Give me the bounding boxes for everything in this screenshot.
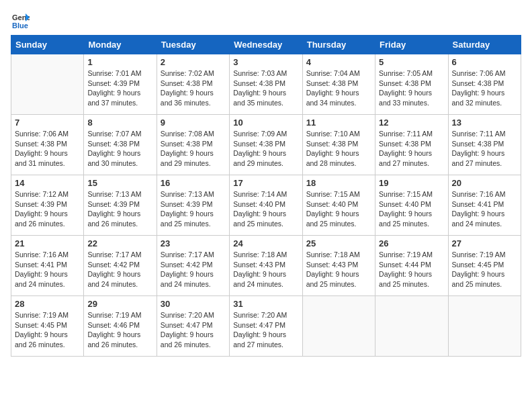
day-number: 16 bbox=[161, 178, 226, 188]
cell-text: Sunrise: 7:20 AM Sunset: 4:47 PM Dayligh… bbox=[161, 310, 226, 350]
day-number: 5 bbox=[379, 57, 444, 67]
cell-text: Sunrise: 7:19 AM Sunset: 4:45 PM Dayligh… bbox=[452, 250, 517, 289]
day-number: 29 bbox=[87, 299, 152, 309]
day-number: 23 bbox=[161, 238, 226, 248]
day-number: 15 bbox=[87, 178, 152, 188]
day-header-friday: Friday bbox=[375, 36, 448, 54]
cell-text: Sunrise: 7:01 AM Sunset: 4:39 PM Dayligh… bbox=[87, 68, 152, 108]
day-number: 6 bbox=[452, 57, 517, 67]
cell-text: Sunrise: 7:08 AM Sunset: 4:38 PM Dayligh… bbox=[161, 129, 226, 169]
cell-text: Sunrise: 7:19 AM Sunset: 4:44 PM Dayligh… bbox=[379, 250, 444, 289]
cell-text: Sunrise: 7:06 AM Sunset: 4:38 PM Dayligh… bbox=[452, 68, 517, 108]
week-row-5: 28Sunrise: 7:19 AM Sunset: 4:45 PM Dayli… bbox=[11, 296, 521, 357]
logo: General Blue bbox=[11, 11, 32, 30]
cell-text: Sunrise: 7:18 AM Sunset: 4:43 PM Dayligh… bbox=[306, 250, 371, 289]
calendar-cell: 5Sunrise: 7:05 AM Sunset: 4:38 PM Daylig… bbox=[375, 54, 448, 115]
day-number: 12 bbox=[379, 118, 444, 128]
cell-text: Sunrise: 7:07 AM Sunset: 4:38 PM Dayligh… bbox=[87, 129, 152, 169]
cell-text: Sunrise: 7:16 AM Sunset: 4:41 PM Dayligh… bbox=[452, 189, 517, 229]
day-number: 8 bbox=[87, 118, 152, 128]
calendar-cell: 13Sunrise: 7:11 AM Sunset: 4:38 PM Dayli… bbox=[448, 115, 521, 175]
calendar-cell bbox=[448, 296, 521, 357]
calendar-cell: 16Sunrise: 7:13 AM Sunset: 4:39 PM Dayli… bbox=[157, 175, 229, 236]
day-number: 3 bbox=[233, 57, 298, 67]
calendar-cell: 25Sunrise: 7:18 AM Sunset: 4:43 PM Dayli… bbox=[302, 236, 375, 296]
calendar-cell: 28Sunrise: 7:19 AM Sunset: 4:45 PM Dayli… bbox=[11, 296, 84, 357]
calendar-cell: 19Sunrise: 7:15 AM Sunset: 4:40 PM Dayli… bbox=[375, 175, 448, 236]
calendar-cell: 6Sunrise: 7:06 AM Sunset: 4:38 PM Daylig… bbox=[448, 54, 521, 115]
cell-text: Sunrise: 7:06 AM Sunset: 4:38 PM Dayligh… bbox=[15, 129, 80, 169]
cell-text: Sunrise: 7:02 AM Sunset: 4:38 PM Dayligh… bbox=[161, 68, 226, 108]
cell-text: Sunrise: 7:14 AM Sunset: 4:40 PM Dayligh… bbox=[233, 189, 298, 229]
day-number: 30 bbox=[161, 299, 226, 309]
day-number: 7 bbox=[15, 118, 80, 128]
week-row-4: 21Sunrise: 7:16 AM Sunset: 4:41 PM Dayli… bbox=[11, 236, 521, 296]
cell-text: Sunrise: 7:15 AM Sunset: 4:40 PM Dayligh… bbox=[306, 189, 371, 229]
calendar-cell: 9Sunrise: 7:08 AM Sunset: 4:38 PM Daylig… bbox=[157, 115, 229, 175]
day-number: 28 bbox=[15, 299, 80, 309]
calendar-cell: 30Sunrise: 7:20 AM Sunset: 4:47 PM Dayli… bbox=[157, 296, 229, 357]
cell-text: Sunrise: 7:17 AM Sunset: 4:42 PM Dayligh… bbox=[161, 250, 226, 289]
calendar-cell: 12Sunrise: 7:11 AM Sunset: 4:38 PM Dayli… bbox=[375, 115, 448, 175]
calendar-cell: 15Sunrise: 7:13 AM Sunset: 4:39 PM Dayli… bbox=[84, 175, 157, 236]
cell-text: Sunrise: 7:20 AM Sunset: 4:47 PM Dayligh… bbox=[233, 310, 298, 350]
day-number: 14 bbox=[15, 178, 80, 188]
day-number: 24 bbox=[233, 238, 298, 248]
calendar-cell: 24Sunrise: 7:18 AM Sunset: 4:43 PM Dayli… bbox=[230, 236, 302, 296]
cell-text: Sunrise: 7:18 AM Sunset: 4:43 PM Dayligh… bbox=[233, 250, 298, 289]
day-header-thursday: Thursday bbox=[302, 36, 375, 54]
calendar-cell: 23Sunrise: 7:17 AM Sunset: 4:42 PM Dayli… bbox=[157, 236, 229, 296]
calendar-cell bbox=[375, 296, 448, 357]
cell-text: Sunrise: 7:11 AM Sunset: 4:38 PM Dayligh… bbox=[379, 129, 444, 169]
week-row-1: 1Sunrise: 7:01 AM Sunset: 4:39 PM Daylig… bbox=[11, 54, 521, 115]
day-number: 4 bbox=[306, 57, 371, 67]
day-number: 18 bbox=[306, 178, 371, 188]
cell-text: Sunrise: 7:11 AM Sunset: 4:38 PM Dayligh… bbox=[452, 129, 517, 169]
calendar-cell: 11Sunrise: 7:10 AM Sunset: 4:38 PM Dayli… bbox=[302, 115, 375, 175]
day-number: 11 bbox=[306, 118, 371, 128]
calendar-cell: 10Sunrise: 7:09 AM Sunset: 4:38 PM Dayli… bbox=[230, 115, 302, 175]
day-header-monday: Monday bbox=[84, 36, 157, 54]
calendar-cell: 8Sunrise: 7:07 AM Sunset: 4:38 PM Daylig… bbox=[84, 115, 157, 175]
day-number: 17 bbox=[233, 178, 298, 188]
calendar-body: 1Sunrise: 7:01 AM Sunset: 4:39 PM Daylig… bbox=[11, 54, 521, 357]
day-header-tuesday: Tuesday bbox=[157, 36, 229, 54]
svg-text:Blue: Blue bbox=[12, 21, 28, 30]
day-header-saturday: Saturday bbox=[448, 36, 521, 54]
calendar-cell: 31Sunrise: 7:20 AM Sunset: 4:47 PM Dayli… bbox=[230, 296, 302, 357]
day-number: 2 bbox=[161, 57, 226, 67]
days-header-row: SundayMondayTuesdayWednesdayThursdayFrid… bbox=[11, 36, 521, 54]
calendar-cell: 22Sunrise: 7:17 AM Sunset: 4:42 PM Dayli… bbox=[84, 236, 157, 296]
calendar-cell: 20Sunrise: 7:16 AM Sunset: 4:41 PM Dayli… bbox=[448, 175, 521, 236]
cell-text: Sunrise: 7:03 AM Sunset: 4:38 PM Dayligh… bbox=[233, 68, 298, 108]
cell-text: Sunrise: 7:04 AM Sunset: 4:38 PM Dayligh… bbox=[306, 68, 371, 108]
day-number: 22 bbox=[87, 238, 152, 248]
day-number: 31 bbox=[233, 299, 298, 309]
cell-text: Sunrise: 7:09 AM Sunset: 4:38 PM Dayligh… bbox=[233, 129, 298, 169]
day-number: 26 bbox=[379, 238, 444, 248]
cell-text: Sunrise: 7:05 AM Sunset: 4:38 PM Dayligh… bbox=[379, 68, 444, 108]
day-number: 1 bbox=[87, 57, 152, 67]
calendar-cell bbox=[11, 54, 84, 115]
day-number: 19 bbox=[379, 178, 444, 188]
cell-text: Sunrise: 7:19 AM Sunset: 4:45 PM Dayligh… bbox=[15, 310, 80, 350]
calendar-cell: 29Sunrise: 7:19 AM Sunset: 4:46 PM Dayli… bbox=[84, 296, 157, 357]
calendar-cell: 18Sunrise: 7:15 AM Sunset: 4:40 PM Dayli… bbox=[302, 175, 375, 236]
day-number: 10 bbox=[233, 118, 298, 128]
calendar-cell: 27Sunrise: 7:19 AM Sunset: 4:45 PM Dayli… bbox=[448, 236, 521, 296]
cell-text: Sunrise: 7:10 AM Sunset: 4:38 PM Dayligh… bbox=[306, 129, 371, 169]
day-header-wednesday: Wednesday bbox=[230, 36, 302, 54]
cell-text: Sunrise: 7:15 AM Sunset: 4:40 PM Dayligh… bbox=[379, 189, 444, 229]
cell-text: Sunrise: 7:12 AM Sunset: 4:39 PM Dayligh… bbox=[15, 189, 80, 229]
calendar-cell: 2Sunrise: 7:02 AM Sunset: 4:38 PM Daylig… bbox=[157, 54, 229, 115]
cell-text: Sunrise: 7:17 AM Sunset: 4:42 PM Dayligh… bbox=[87, 250, 152, 289]
calendar-cell: 1Sunrise: 7:01 AM Sunset: 4:39 PM Daylig… bbox=[84, 54, 157, 115]
cell-text: Sunrise: 7:13 AM Sunset: 4:39 PM Dayligh… bbox=[87, 189, 152, 229]
cell-text: Sunrise: 7:16 AM Sunset: 4:41 PM Dayligh… bbox=[15, 250, 80, 289]
calendar-cell: 26Sunrise: 7:19 AM Sunset: 4:44 PM Dayli… bbox=[375, 236, 448, 296]
calendar-table: SundayMondayTuesdayWednesdayThursdayFrid… bbox=[11, 35, 521, 357]
logo-icon: General Blue bbox=[11, 11, 30, 30]
week-row-2: 7Sunrise: 7:06 AM Sunset: 4:38 PM Daylig… bbox=[11, 115, 521, 175]
day-number: 9 bbox=[161, 118, 226, 128]
calendar-cell: 3Sunrise: 7:03 AM Sunset: 4:38 PM Daylig… bbox=[230, 54, 302, 115]
